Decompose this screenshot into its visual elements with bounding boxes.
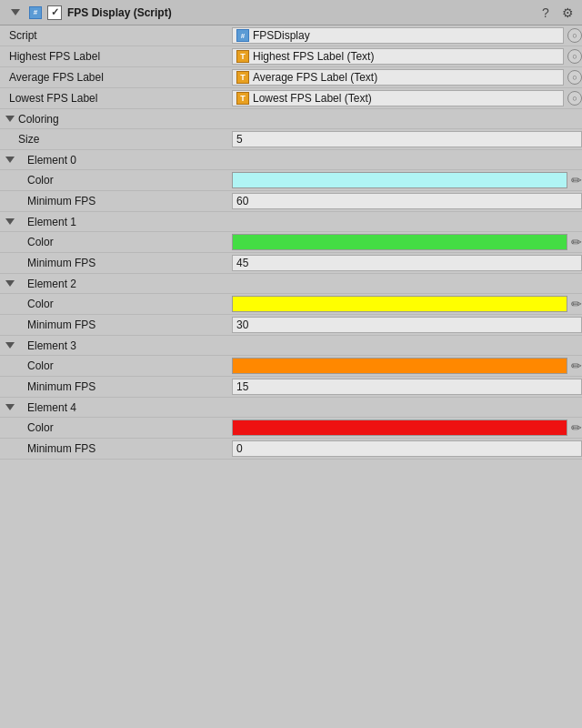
element-3-color-row: Color ✏ xyxy=(0,356,582,377)
element-2-pencil-icon[interactable]: ✏ xyxy=(571,297,582,311)
element-2-minfps-field[interactable]: 30 xyxy=(232,317,582,333)
script-field[interactable]: # FPSDisplay xyxy=(232,27,564,44)
element-0-color-row: Color ✏ xyxy=(0,170,582,191)
element-4-minfps-field[interactable]: 0 xyxy=(232,440,582,457)
script-row: Script # FPSDisplay ○ xyxy=(0,25,582,46)
enabled-checkbox[interactable]: ✓ xyxy=(47,5,62,20)
script-type-icon: # xyxy=(29,6,42,19)
element-4-triangle[interactable] xyxy=(5,404,15,410)
element-3-minfps-value: 15 xyxy=(236,380,248,393)
coloring-section: Coloring xyxy=(0,109,582,129)
element-1-color-value: ✏ xyxy=(232,234,582,250)
element-2-minfps-row: Minimum FPS 30 xyxy=(0,315,582,336)
average-fps-ref: Average FPS Label (Text) xyxy=(253,71,377,84)
header-actions: ? ⚙ xyxy=(537,4,577,22)
component-title: FPS Display (Script) xyxy=(67,6,531,19)
element-2-color-value: ✏ xyxy=(232,296,582,312)
element-1-pencil-icon[interactable]: ✏ xyxy=(571,235,582,249)
coloring-label: Coloring xyxy=(18,113,250,126)
element-0-minfps-value-container: 60 xyxy=(232,193,582,209)
element-3-pencil-icon[interactable]: ✏ xyxy=(571,359,582,373)
element-0-pencil-icon[interactable]: ✏ xyxy=(571,173,582,187)
element-1-label: Element 1 xyxy=(18,216,250,228)
size-label: Size xyxy=(0,133,232,146)
element-0-minfps-label: Minimum FPS xyxy=(0,195,232,207)
element-0-color-bar[interactable] xyxy=(232,172,567,188)
inspector-panel: # ✓ FPS Display (Script) ? ⚙ Script # FP… xyxy=(0,0,582,460)
highest-fps-field[interactable]: T Highest FPS Label (Text) xyxy=(232,48,564,65)
average-fps-row: Average FPS Label T Average FPS Label (T… xyxy=(0,67,582,88)
element-4-color-value: ✏ xyxy=(232,420,582,436)
element-1-color-row: Color ✏ xyxy=(0,232,582,253)
highest-fps-label: Highest FPS Label xyxy=(0,50,232,63)
element-2-color-row: Color ✏ xyxy=(0,294,582,315)
element-1-triangle[interactable] xyxy=(5,218,15,225)
script-select-btn[interactable]: ○ xyxy=(567,28,582,43)
element-2-minfps-value-container: 30 xyxy=(232,317,582,333)
element-1-minfps-value: 45 xyxy=(236,257,248,269)
element-2-minfps-value: 30 xyxy=(236,318,248,331)
element-4-color-bar[interactable] xyxy=(232,420,567,436)
script-ref-icon: # xyxy=(236,29,249,42)
element-2-color-bar[interactable] xyxy=(232,296,567,312)
element-3-minfps-value-container: 15 xyxy=(232,379,582,395)
element-4-color-row: Color ✏ xyxy=(0,418,582,439)
script-ref-value: FPSDisplay xyxy=(253,29,310,42)
element-3-header: Element 3 xyxy=(0,336,582,356)
element-1-color-label: Color xyxy=(0,236,232,248)
lowest-fps-select-btn[interactable]: ○ xyxy=(567,91,582,106)
size-row: Size 5 xyxy=(0,129,582,150)
element-0-color-value: ✏ xyxy=(232,172,582,188)
element-2-triangle[interactable] xyxy=(5,280,15,287)
element-2-color-label: Color xyxy=(0,298,232,310)
element-3-triangle[interactable] xyxy=(5,342,15,349)
script-value-container: # FPSDisplay ○ xyxy=(232,27,582,44)
gear-button[interactable]: ⚙ xyxy=(558,4,577,22)
element-0-minfps-value: 60 xyxy=(236,195,248,207)
element-3-minfps-field[interactable]: 15 xyxy=(232,379,582,395)
element-3-color-bar[interactable] xyxy=(232,358,567,374)
element-1-minfps-row: Minimum FPS 45 xyxy=(0,253,582,274)
element-0-minfps-field[interactable]: 60 xyxy=(232,193,582,209)
element-1-color-bar[interactable] xyxy=(232,234,567,250)
size-value-container: 5 xyxy=(232,131,582,147)
component-header: # ✓ FPS Display (Script) ? ⚙ xyxy=(0,0,582,25)
element-4-minfps-value-container: 0 xyxy=(232,440,582,457)
element-0-triangle[interactable] xyxy=(5,157,15,163)
coloring-triangle[interactable] xyxy=(5,116,15,122)
element-2-header: Element 2 xyxy=(0,274,582,294)
collapse-triangle[interactable] xyxy=(11,9,20,15)
element-1-minfps-value-container: 45 xyxy=(232,255,582,271)
element-4-color-container: ✏ xyxy=(232,420,582,436)
element-1-header: Element 1 xyxy=(0,212,582,232)
element-4-minfps-row: Minimum FPS 0 xyxy=(0,439,582,460)
average-fps-value-container: T Average FPS Label (Text) ○ xyxy=(232,69,582,86)
average-fps-select-btn[interactable]: ○ xyxy=(567,70,582,85)
help-button[interactable]: ? xyxy=(537,4,555,22)
element-3-minfps-label: Minimum FPS xyxy=(0,380,232,393)
element-0-minfps-row: Minimum FPS 60 xyxy=(0,191,582,212)
gear-icon: ⚙ xyxy=(562,5,574,20)
element-4-minfps-value: 0 xyxy=(236,442,243,455)
element-1-minfps-field[interactable]: 45 xyxy=(232,255,582,271)
element-4-pencil-icon[interactable]: ✏ xyxy=(571,420,582,435)
element-0-color-container: ✏ xyxy=(232,172,582,188)
highest-fps-select-btn[interactable]: ○ xyxy=(567,49,582,64)
average-fps-label: Average FPS Label xyxy=(0,71,232,84)
element-1-color-container: ✏ xyxy=(232,234,582,250)
text-type-icon-avg: T xyxy=(236,71,249,84)
lowest-fps-field[interactable]: T Lowest FPS Label (Text) xyxy=(232,90,564,106)
lowest-fps-label: Lowest FPS Label xyxy=(0,92,232,105)
element-3-minfps-row: Minimum FPS 15 xyxy=(0,377,582,398)
elements-container: Element 0 Color ✏ Minimum FPS 60 Element… xyxy=(0,150,582,460)
help-icon: ? xyxy=(542,5,549,20)
element-3-color-value: ✏ xyxy=(232,358,582,374)
average-fps-field[interactable]: T Average FPS Label (Text) xyxy=(232,69,564,86)
element-4-label: Element 4 xyxy=(18,401,250,414)
element-3-label: Element 3 xyxy=(18,339,250,352)
element-1-minfps-label: Minimum FPS xyxy=(0,257,232,269)
size-field[interactable]: 5 xyxy=(232,131,582,147)
highest-fps-value-container: T Highest FPS Label (Text) ○ xyxy=(232,48,582,65)
element-0-label: Element 0 xyxy=(18,154,250,167)
lowest-fps-row: Lowest FPS Label T Lowest FPS Label (Tex… xyxy=(0,88,582,109)
